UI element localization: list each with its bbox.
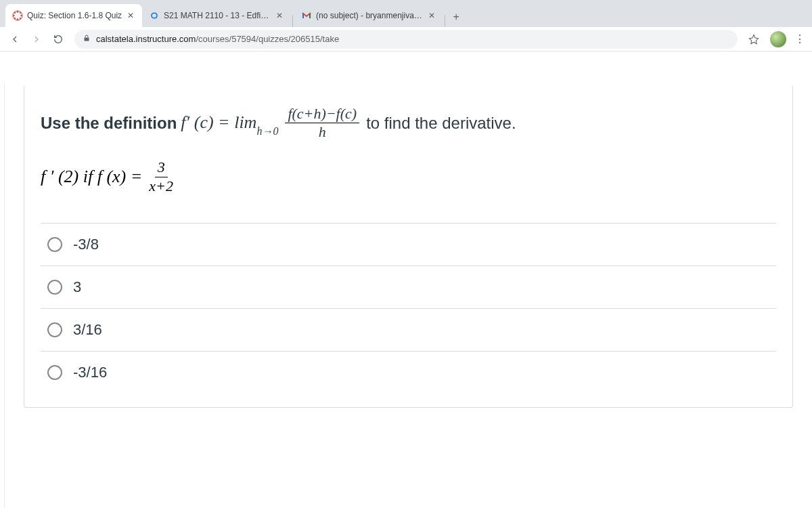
forward-button[interactable] [27,30,46,49]
gmail-icon [301,10,312,21]
option-4[interactable]: -3/16 [41,351,776,394]
back-button[interactable] [5,30,24,49]
toolbar: calstatela.instructure.com/courses/57594… [0,27,812,51]
profile-avatar[interactable] [770,31,786,47]
fraction-numerator: 3 [155,159,168,177]
fraction-denominator: x+2 [149,177,173,194]
math-sub: h→0 [256,125,278,137]
option-label: -3/8 [73,236,99,253]
option-label: 3 [73,278,81,296]
option-2[interactable]: 3 [41,266,776,308]
svg-point-8 [20,18,21,19]
url-host: calstatela.instructure.com [96,34,196,44]
url-path: /courses/57594/quizzes/206515/take [196,34,339,44]
question-prompt: Use the definition f′ (c) = limh→0 f(c+h… [41,106,776,140]
svg-point-1 [17,11,18,12]
radio-icon[interactable] [47,365,62,380]
subq-left: f ′ (2) if f (x) = [41,167,142,187]
tab-title: S21 MATH 2110 - 13 - Edfinity [164,11,271,20]
tab-edfinity[interactable]: S21 MATH 2110 - 13 - Edfinity ✕ [142,4,291,27]
answer-options: -3/8 3 3/16 -3/16 [41,223,776,394]
new-tab-button[interactable]: + [447,11,466,27]
option-label: -3/16 [73,364,107,381]
close-icon[interactable]: ✕ [275,11,284,20]
sub-question: f ′ (2) if f (x) = 3 x+2 [41,159,776,194]
tab-separator [292,15,293,27]
tab-separator [445,15,445,27]
question-box: Use the definition f′ (c) = limh→0 f(c+h… [24,85,793,408]
bookmark-button[interactable] [744,30,763,49]
prompt-prefix: Use the definition [41,111,177,135]
tab-title: (no subject) - bryanmenjivar01 [316,11,423,20]
option-3[interactable]: 3/16 [41,308,776,351]
lock-icon [83,34,91,44]
svg-point-7 [14,18,16,19]
prompt-suffix: to find the derivative. [366,111,516,135]
page-content: Use the definition f′ (c) = limh→0 f(c+h… [4,85,812,508]
tab-strip: Quiz: Section 1.6-1.8 Quiz ✕ S21 MATH 21… [0,0,812,27]
close-icon[interactable]: ✕ [427,11,436,20]
canvas-icon [12,10,23,21]
tab-gmail[interactable]: (no subject) - bryanmenjivar01 ✕ [294,4,443,27]
fraction-denominator: h [319,123,326,140]
subq-fraction: 3 x+2 [149,159,173,194]
close-icon[interactable]: ✕ [126,11,135,20]
option-label: 3/16 [73,321,102,339]
svg-point-5 [14,12,16,14]
radio-icon[interactable] [47,280,62,295]
fraction-numerator: f(c+h)−f(c) [285,106,359,123]
edfinity-icon [149,10,160,21]
math-fraction: f(c+h)−f(c) h [285,106,359,140]
svg-rect-9 [85,38,89,41]
reload-button[interactable] [49,30,68,49]
math-lhs: f′ (c) = limh→0 [181,109,278,137]
option-1[interactable]: -3/8 [41,223,776,266]
menu-button[interactable]: ⋮ [793,33,807,45]
tab-title: Quiz: Section 1.6-1.8 Quiz [27,11,122,20]
radio-icon[interactable] [47,237,62,252]
radio-icon[interactable] [47,322,62,337]
svg-point-2 [17,18,18,20]
address-bar[interactable]: calstatela.instructure.com/courses/57594… [74,30,738,49]
tab-quiz[interactable]: Quiz: Section 1.6-1.8 Quiz ✕ [5,4,142,27]
svg-point-3 [13,15,14,16]
svg-point-4 [20,15,22,16]
svg-point-6 [20,12,21,14]
